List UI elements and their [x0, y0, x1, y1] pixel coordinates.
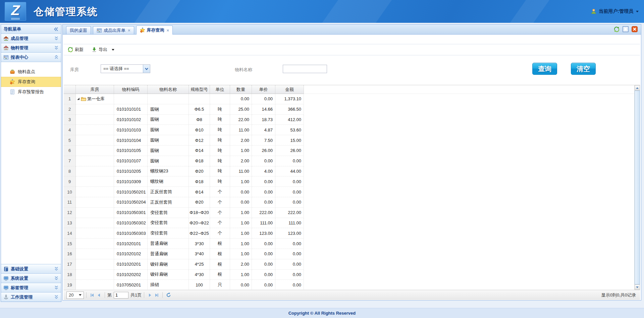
- row-filler: [304, 228, 640, 238]
- sidebar-group-workflow-management[interactable]: 工作流管理: [1, 292, 61, 302]
- sidebar-group-materials[interactable]: 物料管理: [1, 43, 61, 52]
- name-cell: 正反丝套筒: [148, 197, 189, 208]
- row-number-cell: 13: [64, 218, 76, 228]
- reload-grid-button[interactable]: [165, 292, 172, 299]
- sidebar-group-finished-goods[interactable]: 成品管理: [1, 34, 61, 43]
- warehouse-select[interactable]: == 请选择 ==: [101, 64, 150, 73]
- current-user-menu[interactable]: 当前用户:管理员: [591, 0, 639, 23]
- warehouse-cell: [76, 176, 114, 187]
- code-cell: 0101020101: [114, 238, 148, 249]
- refresh-tab-button[interactable]: [614, 26, 620, 32]
- scroll-down-arrow[interactable]: [635, 284, 640, 290]
- amount-cell: 26.00: [275, 146, 304, 156]
- column-header[interactable]: 单位: [210, 85, 230, 94]
- scroll-up-arrow[interactable]: [635, 85, 640, 91]
- warehouse-cell: [76, 238, 114, 249]
- column-header[interactable]: 规格型号: [189, 85, 210, 94]
- column-header[interactable]: 金额: [275, 85, 304, 94]
- row-number-cell: 15: [64, 238, 76, 249]
- sidebar-group-report-center[interactable]: 报表中心: [1, 52, 61, 62]
- row-filler: [304, 187, 640, 197]
- code-cell: 0101010104: [114, 135, 148, 146]
- current-user-label: 当前用户:管理员: [599, 8, 633, 14]
- refresh-button[interactable]: 刷新: [68, 47, 84, 53]
- refresh-icon: [614, 26, 620, 32]
- table-row[interactable]: 190107050201插销100只0.000.000.00: [64, 280, 640, 290]
- table-row[interactable]: 10010101050201正反丝套筒Φ14个0.000.000.00: [64, 187, 640, 197]
- tab-inventory-query[interactable]: 库存查询 ×: [136, 25, 173, 35]
- column-header[interactable]: 物料编码: [114, 85, 148, 94]
- record-count-status: 显示0到0,共0记录: [601, 292, 637, 298]
- header-streak: [500, 0, 556, 23]
- price-cell: 26.00: [252, 146, 275, 156]
- table-row[interactable]: 12010101050301变径套筒Φ18~Φ20个1.00222.00222.…: [64, 208, 640, 218]
- tab-close-icon[interactable]: ×: [167, 28, 169, 33]
- name-cell: 变径套筒: [148, 228, 189, 238]
- maximize-icon: [623, 26, 629, 32]
- table-row[interactable]: 30101010102圆钢Φ8吨22.0018.73412.00: [64, 115, 640, 125]
- price-cell: 0.00: [252, 197, 275, 208]
- warehouse-cell: [76, 249, 114, 259]
- table-row[interactable]: 160101020102普通扁钢3*40根1.000.000.00: [64, 249, 640, 259]
- double-chevron-down-icon: [54, 295, 58, 299]
- first-page-button[interactable]: [89, 292, 96, 299]
- refresh-icon: [68, 47, 73, 52]
- collapse-sidebar-icon[interactable]: [54, 27, 58, 31]
- app-header: Z 仓储管理系统 当前用户:管理员: [0, 0, 644, 23]
- spec-cell: 4*30: [189, 270, 210, 280]
- sidebar-item-material-stocktake[interactable]: 物料盘点: [1, 67, 61, 77]
- column-header[interactable]: 物料名称: [148, 85, 189, 94]
- next-page-button[interactable]: [147, 292, 153, 299]
- sidebar-item-inventory-alert-report[interactable]: 库存预警报告: [1, 87, 61, 97]
- table-row[interactable]: 20101010101圆钢Φ6.5吨25.0014.66366.50: [64, 104, 640, 115]
- column-header[interactable]: 库房: [76, 85, 114, 94]
- table-row[interactable]: 50101010104圆钢Φ12吨2.007.5015.00: [64, 135, 640, 146]
- code-cell: 010101050201: [114, 187, 148, 197]
- table-row[interactable]: 1 第一仓库0.000.001,373.10: [64, 94, 640, 104]
- tree-expand-icon[interactable]: [77, 97, 80, 100]
- column-header[interactable]: 单价: [252, 85, 275, 94]
- code-cell: 010101050204: [114, 197, 148, 208]
- close-panel-button[interactable]: [632, 26, 638, 32]
- table-row[interactable]: 80101010205螺纹钢23Φ20吨11.004.0044.00: [64, 166, 640, 177]
- table-row[interactable]: 70101010107圆钢Φ18吨2.000.000.00: [64, 156, 640, 166]
- table-row[interactable]: 90101010309螺纹钢Φ18吨1.000.000.00: [64, 176, 640, 187]
- unit-cell: 根: [210, 249, 230, 259]
- last-page-button[interactable]: [153, 292, 160, 299]
- name-cell: 圆钢: [148, 104, 189, 115]
- table-row[interactable]: 14010101050303变径套筒Φ22~Φ25个1.00123.00123.…: [64, 228, 640, 238]
- search-button[interactable]: 查询: [532, 63, 557, 75]
- table-row[interactable]: 13010101050302变径套筒Φ20~Φ22个1.00111.00111.…: [64, 218, 640, 228]
- page-number-input[interactable]: [114, 292, 128, 299]
- tab-finished-goods-outbound[interactable]: 成品出库单 ×: [93, 26, 134, 34]
- scrollbar-thumb[interactable]: [635, 91, 640, 284]
- table-row[interactable]: 60101010105圆钢Φ14吨1.0026.0026.00: [64, 146, 640, 156]
- column-header[interactable]: 数量: [230, 85, 252, 94]
- tab-close-icon[interactable]: ×: [128, 28, 130, 33]
- sidebar-group-label-management[interactable]: 标签管理: [1, 283, 61, 292]
- sidebar-group-label: 成品管理: [11, 36, 54, 42]
- qty-cell: 25.00: [230, 104, 252, 115]
- table-row[interactable]: 170101020201镀锌扁钢4*25根2.000.000.00: [64, 259, 640, 270]
- clear-button[interactable]: 清空: [571, 63, 596, 75]
- name-cell: 圆钢: [148, 156, 189, 166]
- tab-my-desktop[interactable]: 我的桌面: [66, 26, 91, 34]
- sidebar-item-label: 库存预警报告: [18, 89, 44, 95]
- vertical-scrollbar[interactable]: [634, 85, 640, 290]
- page-size-select[interactable]: 20: [66, 292, 84, 299]
- table-row[interactable]: 40101010103圆钢Φ10吨11.004.8753.60: [64, 125, 640, 135]
- sidebar-group-basic-settings[interactable]: 基础设置: [1, 264, 61, 273]
- amount-cell: 53.60: [275, 125, 304, 135]
- column-header-rownum[interactable]: [64, 85, 76, 94]
- export-button[interactable]: 导出: [92, 47, 114, 53]
- table-row[interactable]: 150101020101普通扁钢3*30根1.000.000.00: [64, 238, 640, 249]
- table-row[interactable]: 180101020202镀锌扁钢4*30根1.000.000.00: [64, 270, 640, 280]
- select-dropdown-button[interactable]: [143, 65, 150, 73]
- table-row[interactable]: 11010101050204正反丝套筒Φ20个0.000.000.00: [64, 197, 640, 208]
- sidebar-group-system-settings[interactable]: 系统设置: [1, 273, 61, 283]
- sidebar-item-label: 库存查询: [18, 79, 35, 85]
- maximize-panel-button[interactable]: [623, 26, 629, 32]
- sidebar-item-inventory-query[interactable]: 库存查询: [1, 77, 61, 87]
- prev-page-button[interactable]: [96, 292, 102, 299]
- material-name-input[interactable]: [283, 65, 327, 73]
